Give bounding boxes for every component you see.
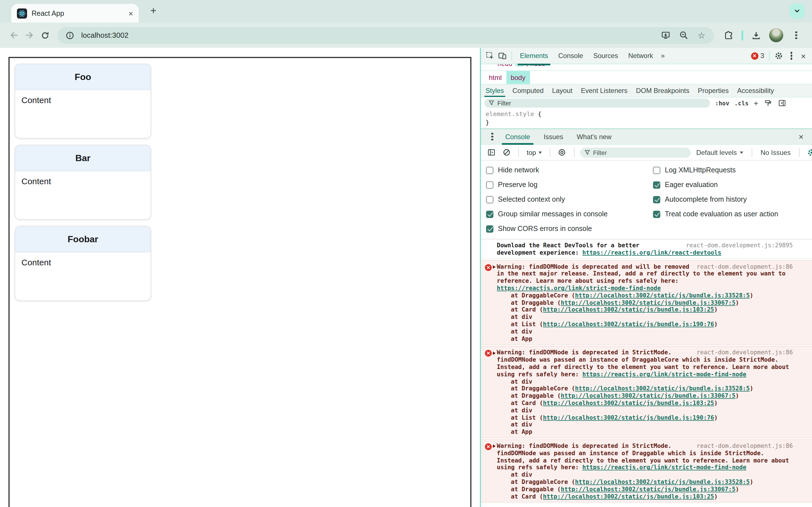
checkbox-icon[interactable]	[486, 196, 493, 203]
new-style-rule-icon[interactable]: +	[754, 99, 758, 107]
back-button[interactable]	[6, 27, 21, 43]
live-expression-eye-icon[interactable]	[556, 146, 568, 159]
console-settings-gear-icon[interactable]	[805, 146, 812, 159]
console-sidebar-icon[interactable]	[485, 146, 497, 159]
stack-frame-link[interactable]: http://localhost:3002/static/js/bundle.j…	[543, 321, 714, 327]
drawer-tab-whats-new[interactable]: What's new	[570, 129, 618, 145]
devtools-tab-network[interactable]: Network	[623, 48, 658, 64]
dom-tree-clipped-row[interactable]: head /head	[481, 64, 812, 71]
message-source-link[interactable]: react-dom.development.js:86	[697, 349, 793, 356]
install-app-icon[interactable]	[659, 29, 672, 42]
url-text[interactable]: localhost:3002	[81, 31, 129, 40]
expand-triangle-icon[interactable]	[493, 445, 496, 448]
forward-button[interactable]	[21, 27, 37, 43]
devtools-tab-elements[interactable]: Elements	[515, 48, 553, 64]
bookmark-star-icon[interactable]: ☆	[695, 29, 708, 42]
message-link[interactable]: https://reactjs.org/link/strict-mode-fin…	[497, 284, 661, 291]
error-count-badge[interactable]: ✕ 3	[749, 52, 766, 60]
device-toolbar-icon[interactable]	[496, 50, 509, 62]
stack-frame-link[interactable]: http://localhost:3002/static/js/bundle.j…	[543, 399, 714, 406]
zoom-out-icon[interactable]	[677, 29, 690, 42]
devtools-tab-console[interactable]: Console	[553, 48, 588, 64]
toggle-element-classes[interactable]: .cls	[734, 100, 749, 106]
checkbox-icon[interactable]	[653, 196, 660, 203]
console-setting-checkbox[interactable]: Log XMLHttpRequests	[653, 163, 806, 177]
draggable-card[interactable]: Foo Content	[15, 64, 151, 138]
devtools-settings-gear-icon[interactable]	[772, 50, 785, 62]
paint-format-icon[interactable]	[763, 98, 772, 107]
reload-button[interactable]	[37, 27, 53, 43]
drawer-close-icon[interactable]: ×	[795, 132, 807, 141]
message-source-link[interactable]: react-dom.development.js:86	[697, 263, 793, 270]
pane-tab-event-listeners[interactable]: Event Listeners	[581, 84, 627, 97]
pane-tab-styles[interactable]: Styles	[486, 84, 504, 97]
drawer-tab-console[interactable]: Console	[499, 129, 537, 145]
drawer-tab-issues[interactable]: Issues	[537, 129, 570, 145]
styles-filter-input[interactable]: Filter	[485, 98, 710, 107]
drawer-menu-kebab-icon[interactable]	[486, 130, 499, 143]
browser-tab[interactable]: React App ×	[11, 4, 139, 22]
console-setting-checkbox[interactable]: Treat code evaluation as user action	[653, 207, 806, 221]
console-setting-checkbox[interactable]: Hide network	[486, 163, 653, 177]
stack-frame-link[interactable]: http://localhost:3002/static/js/bundle.j…	[543, 414, 714, 420]
browser-menu-kebab-icon[interactable]	[790, 29, 803, 42]
console-setting-checkbox[interactable]: Preserve log	[486, 177, 653, 192]
card-header[interactable]: Bar	[15, 145, 151, 171]
checkbox-icon[interactable]	[486, 181, 493, 188]
devtools-close-icon[interactable]: ×	[797, 52, 809, 60]
tab-close-icon[interactable]: ×	[129, 9, 133, 17]
pane-tab-layout[interactable]: Layout	[552, 84, 572, 97]
stack-frame-link[interactable]: http://localhost:3002/static/js/bundle.j…	[575, 292, 750, 298]
stack-frame-link[interactable]: http://localhost:3002/static/js/bundle.j…	[561, 299, 735, 305]
checkbox-icon[interactable]	[486, 166, 493, 174]
downloads-icon[interactable]	[749, 29, 763, 42]
issues-counter[interactable]: No Issues	[758, 149, 794, 156]
expand-triangle-icon[interactable]	[493, 265, 496, 269]
console-setting-checkbox[interactable]: Selected context only	[486, 192, 653, 207]
extensions-puzzle-icon[interactable]	[722, 29, 735, 42]
console-setting-checkbox[interactable]: Show CORS errors in console	[486, 221, 653, 236]
stack-frame-link[interactable]: http://localhost:3002/static/js/bundle.j…	[575, 478, 750, 485]
stack-frame-link[interactable]: http://localhost:3002/static/js/bundle.j…	[575, 385, 750, 392]
breadcrumb-body[interactable]: body	[506, 71, 530, 84]
checkbox-icon[interactable]	[653, 181, 660, 188]
expand-triangle-icon[interactable]	[493, 351, 496, 355]
pane-tab-computed[interactable]: Computed	[512, 84, 544, 97]
message-source-link[interactable]: react-dom.development.js:29895	[686, 242, 793, 249]
message-link[interactable]: https://reactjs.org/link/strict-mode-fin…	[582, 371, 746, 378]
card-header[interactable]: Foobar	[15, 226, 151, 252]
devtools-menu-kebab-icon[interactable]	[785, 50, 797, 62]
pane-tab-accessibility[interactable]: Accessibility	[737, 84, 774, 97]
breadcrumb-html[interactable]: html	[485, 71, 506, 84]
message-source-link[interactable]: react-dom.development.js:86	[697, 442, 793, 450]
devtools-tab-sources[interactable]: Sources	[588, 48, 623, 64]
profile-avatar[interactable]	[769, 28, 783, 42]
context-selector[interactable]: top	[524, 149, 544, 156]
checkbox-icon[interactable]	[653, 210, 660, 218]
pane-tab-dom-breakpoints[interactable]: DOM Breakpoints	[636, 84, 689, 97]
console-filter-input[interactable]: Filter	[580, 147, 691, 158]
checkbox-icon[interactable]	[486, 210, 493, 218]
checkbox-icon[interactable]	[653, 166, 660, 174]
stack-frame-link[interactable]: http://localhost:3002/static/js/bundle.j…	[561, 392, 735, 399]
card-header[interactable]: Foo	[15, 64, 151, 90]
console-setting-checkbox[interactable]: Eager evaluation	[653, 177, 806, 192]
console-message[interactable]: ✕ react-dom.development.js:86 Warning: f…	[481, 346, 812, 438]
toggle-pseudo-classes[interactable]: :hov	[715, 100, 729, 106]
console-message[interactable]: ✕ react-dom.development.js:86 Warning: f…	[481, 260, 812, 345]
draggable-card[interactable]: Foobar Content	[15, 226, 151, 301]
message-link[interactable]: https://reactjs.org/link/react-devtools	[582, 249, 721, 256]
console-message[interactable]: ✕ react-dom.development.js:86 Warning: f…	[481, 439, 812, 503]
element-style-rule[interactable]: element.style { }	[481, 108, 812, 128]
new-tab-button[interactable]: +	[147, 4, 160, 18]
log-levels-dropdown[interactable]: Default levels	[693, 149, 746, 156]
inspect-element-icon[interactable]	[484, 50, 496, 62]
draggable-card[interactable]: Bar Content	[15, 145, 151, 220]
console-message[interactable]: react-dom.development.js:29895 Download …	[481, 239, 812, 259]
stack-frame-link[interactable]: http://localhost:3002/static/js/bundle.j…	[561, 485, 735, 492]
console-setting-checkbox[interactable]: Autocomplete from history	[653, 192, 806, 207]
toggle-sidebar-icon[interactable]	[777, 98, 786, 107]
more-tabs-icon[interactable]: »	[658, 52, 667, 60]
clear-console-icon[interactable]	[500, 146, 513, 159]
pane-tab-properties[interactable]: Properties	[698, 84, 728, 97]
